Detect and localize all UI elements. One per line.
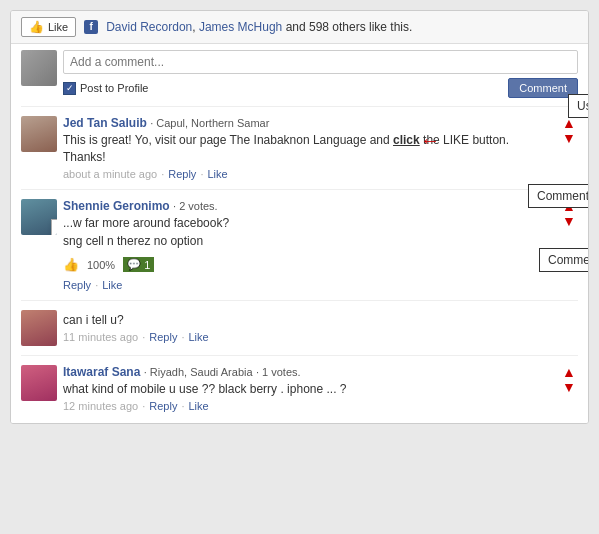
hover-card-shennie: Shennie Geronimo — [51, 219, 57, 235]
post-to-profile-label[interactable]: ✓ Post to Profile — [63, 82, 148, 95]
divider-2 — [21, 189, 578, 190]
divider-1 — [21, 106, 578, 107]
like-shennie[interactable]: Like — [102, 279, 122, 291]
rating-row: 👍 100% 💬 1 — [63, 254, 552, 275]
comment-input[interactable] — [63, 50, 578, 74]
comment-count-rating-box: Comment count & rating — [539, 248, 589, 272]
rating-section: 👍 100% 💬 1 ← Comment count & rating — [63, 254, 552, 275]
page-wrapper: 👍 Like f David Recordon, James McHugh an… — [0, 0, 599, 534]
comment-anon: can i tell u? 11 minutes ago · Reply · L… — [21, 305, 578, 351]
like-jed[interactable]: Like — [207, 168, 227, 180]
comment-body-shennie: Shennie Geronimo · 2 votes. ...w far mor… — [63, 199, 552, 292]
vote-buttons-jed: ▲ ▼ — [562, 116, 578, 180]
time-itawaraf: 12 minutes ago — [63, 400, 138, 412]
comment-body-jed: Jed Tan Saluib · Capul, Northern Samar T… — [63, 116, 552, 180]
rating-count: 1 — [144, 259, 150, 271]
like-anon[interactable]: Like — [188, 331, 208, 343]
comment-count-rating-annotation: ← Comment count & rating — [539, 249, 557, 270]
author-itawaraf[interactable]: Itawaraf Sana — [63, 365, 140, 379]
location-jed: · Capul, Northern Samar — [150, 117, 269, 129]
avatar-anon — [21, 310, 57, 346]
comment-shennie: Comment voting → Shennie Geronimo — [21, 194, 578, 297]
comment-input-wrap: ✓ Post to Profile Comment — [63, 50, 578, 98]
comment-meta-itawaraf: 12 minutes ago · Reply · Like — [63, 400, 552, 412]
comment-meta-jed: about a minute ago · Reply · Like — [63, 168, 552, 180]
comment-itawaraf: Itawaraf Sana · Riyadh, Saudi Arabia · 1… — [21, 360, 578, 417]
current-user-avatar — [21, 50, 57, 86]
comment-text-itawaraf: what kind of mobile u use ?? black berry… — [63, 381, 552, 398]
rating-percent: 100% — [87, 259, 115, 271]
user-network-box: User network — [568, 94, 589, 118]
user-network-arrow: ← — [420, 129, 440, 152]
vote-up-itawaraf[interactable]: ▲ — [562, 365, 578, 379]
location-itawaraf: · Riyadh, Saudi Arabia — [144, 366, 253, 378]
comment-text-anon: can i tell u? — [63, 312, 578, 329]
comment-text-jed: This is great! Yo, visit our page The In… — [63, 132, 552, 166]
thumbs-up-rating-icon: 👍 — [63, 257, 79, 272]
like-bar: 👍 Like f David Recordon, James McHugh an… — [11, 11, 588, 44]
vote-down-itawaraf[interactable]: ▼ — [562, 380, 578, 394]
chat-icon: 💬 — [127, 258, 141, 271]
comment-jed: User network ← Jed Tan Saluib · Capul, N… — [21, 111, 578, 185]
avatar-shennie: Shennie Geronimo — [21, 199, 57, 235]
divider-3 — [21, 300, 578, 301]
avatar-image-itawaraf — [21, 365, 57, 401]
comment-voting-box: Comment voting — [528, 184, 589, 208]
votes-shennie: · 2 votes. — [173, 200, 218, 212]
avatar-image — [21, 50, 57, 86]
comment-voting-annotation: Comment voting → — [528, 186, 548, 207]
comment-meta-shennie: Reply · Like — [63, 279, 552, 291]
main-card: 👍 Like f David Recordon, James McHugh an… — [10, 10, 589, 424]
thumbs-up-icon: 👍 — [29, 20, 44, 34]
add-comment-row: ✓ Post to Profile Comment — [21, 50, 578, 98]
comment-body-anon: can i tell u? 11 minutes ago · Reply · L… — [63, 310, 578, 346]
author-shennie[interactable]: Shennie Geronimo — [63, 199, 170, 213]
avatar-itawaraf — [21, 365, 57, 401]
vote-down-jed[interactable]: ▼ — [562, 131, 578, 145]
vote-down-shennie[interactable]: ▼ — [562, 214, 578, 228]
rating-count-box: 💬 1 — [123, 257, 154, 272]
like-button[interactable]: 👍 Like — [21, 17, 76, 37]
reply-shennie[interactable]: Reply — [63, 279, 91, 291]
vote-buttons-shennie: ▲ ▼ — [562, 199, 578, 292]
post-row: ✓ Post to Profile Comment — [63, 78, 578, 98]
vote-up-jed[interactable]: ▲ — [562, 116, 578, 130]
avatar-jed — [21, 116, 57, 152]
like-button-label: Like — [48, 21, 68, 33]
facebook-icon: f — [84, 20, 98, 34]
liker-james-link[interactable]: James McHugh — [199, 20, 282, 34]
avatar-image-anon — [21, 310, 57, 346]
comment-text-shennie: ...w far more around facebook? — [63, 215, 552, 232]
votes-itawaraf: · 1 votes. — [256, 366, 301, 378]
comment-meta-anon: 11 minutes ago · Reply · Like — [63, 331, 578, 343]
comments-section: ✓ Post to Profile Comment User network — [11, 44, 588, 423]
vote-buttons-itawaraf: ▲ ▼ — [562, 365, 578, 412]
reply-jed[interactable]: Reply — [168, 168, 196, 180]
time-jed: about a minute ago — [63, 168, 157, 180]
like-itawaraf[interactable]: Like — [188, 400, 208, 412]
comment-body-itawaraf: Itawaraf Sana · Riyadh, Saudi Arabia · 1… — [63, 365, 552, 412]
reply-itawaraf[interactable]: Reply — [149, 400, 177, 412]
reply-anon[interactable]: Reply — [149, 331, 177, 343]
checkbox-icon: ✓ — [63, 82, 76, 95]
avatar-image-jed — [21, 116, 57, 152]
time-anon: 11 minutes ago — [63, 331, 138, 343]
comment-text-shennie-2: sng cell n therez no option — [63, 233, 552, 250]
like-count-text: and 598 others like this. — [286, 20, 413, 34]
liker-david-link[interactable]: David Recordon — [106, 20, 192, 34]
author-jed[interactable]: Jed Tan Saluib — [63, 116, 147, 130]
click-word: click — [393, 133, 420, 147]
divider-4 — [21, 355, 578, 356]
like-text: David Recordon, James McHugh and 598 oth… — [106, 20, 412, 34]
